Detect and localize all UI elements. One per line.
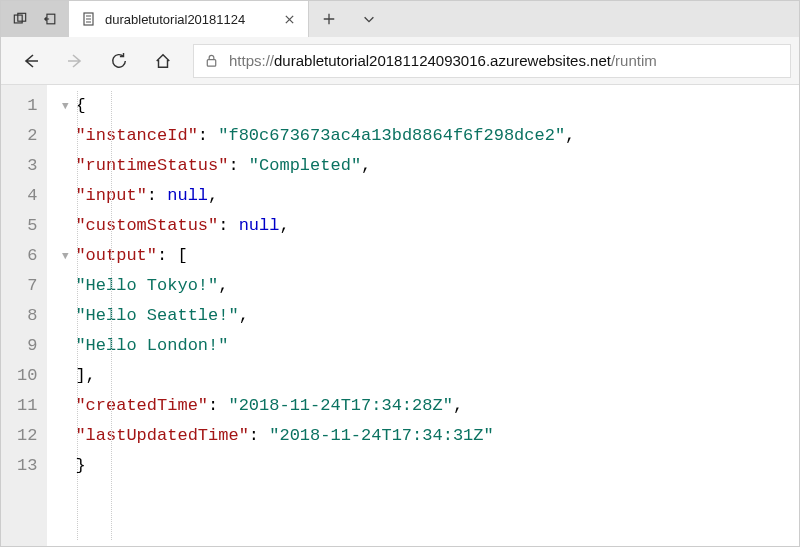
forward-button[interactable] — [53, 39, 97, 83]
fold-toggle[interactable]: ▼ — [55, 241, 75, 271]
url-scheme: https:// — [229, 52, 274, 69]
line-number: 4 — [17, 181, 37, 211]
tab-close-button[interactable] — [280, 10, 298, 28]
tabs-menu-button[interactable] — [349, 1, 389, 37]
svg-rect-4 — [207, 60, 215, 67]
set-aside-icon — [43, 12, 57, 26]
tab-overview-button[interactable] — [7, 6, 33, 32]
address-bar[interactable]: https://durabletutorial20181124093016.az… — [193, 44, 791, 78]
arrow-right-icon — [65, 51, 85, 71]
toolbar: https://durabletutorial20181124093016.az… — [1, 37, 799, 85]
code-line: ▼{ — [55, 91, 799, 121]
json-viewer: 1 2 3 4 5 6 7 8 9 10 11 12 13 ▼{ "instan… — [1, 85, 799, 546]
json-value: Hello Seattle! — [86, 306, 229, 325]
line-number: 9 — [17, 331, 37, 361]
code-line: ], — [55, 361, 799, 391]
fold-toggle[interactable]: ▼ — [55, 91, 75, 121]
tab-title: durabletutorial20181124 — [105, 12, 272, 27]
indent-guide — [111, 91, 112, 540]
json-value: 2018-11-24T17:34:31Z — [279, 426, 483, 445]
lock-icon — [204, 53, 219, 68]
code-line: "customStatus": null, — [55, 211, 799, 241]
line-number: 2 — [17, 121, 37, 151]
line-number: 6 — [17, 241, 37, 271]
plus-icon — [322, 12, 336, 26]
arrow-left-icon — [21, 51, 41, 71]
code-line: "Hello Seattle!", — [55, 301, 799, 331]
line-number: 5 — [17, 211, 37, 241]
url-host: durabletutorial20181124093016.azurewebsi… — [274, 52, 611, 69]
code-area[interactable]: ▼{ "instanceId": "f80c673673ac4a13bd8864… — [47, 85, 799, 546]
json-key: runtimeStatus — [86, 156, 219, 175]
tab-actions — [309, 1, 799, 37]
titlebar: durabletutorial20181124 — [1, 1, 799, 37]
code-line: ▼ "output": [ — [55, 241, 799, 271]
set-aside-tabs-button[interactable] — [37, 6, 63, 32]
json-value: Hello Tokyo! — [86, 276, 208, 295]
code-line: "runtimeStatus": "Completed", — [55, 151, 799, 181]
home-icon — [154, 52, 172, 70]
json-key: createdTime — [86, 396, 198, 415]
close-icon — [284, 14, 295, 25]
json-key: customStatus — [86, 216, 208, 235]
json-value: 2018-11-24T17:34:28Z — [239, 396, 443, 415]
url-path: /runtim — [611, 52, 657, 69]
new-tab-button[interactable] — [309, 1, 349, 37]
refresh-icon — [110, 52, 128, 70]
json-value: Hello London! — [86, 336, 219, 355]
line-gutter: 1 2 3 4 5 6 7 8 9 10 11 12 13 — [1, 85, 47, 546]
line-number: 1 — [17, 91, 37, 121]
window-buttons — [1, 1, 69, 37]
browser-tab[interactable]: durabletutorial20181124 — [69, 1, 309, 37]
code-line: "input": null, — [55, 181, 799, 211]
json-key: instanceId — [86, 126, 188, 145]
json-key: lastUpdatedTime — [86, 426, 239, 445]
line-number: 10 — [17, 361, 37, 391]
code-line: "createdTime": "2018-11-24T17:34:28Z", — [55, 391, 799, 421]
home-button[interactable] — [141, 39, 185, 83]
back-button[interactable] — [9, 39, 53, 83]
line-number: 8 — [17, 301, 37, 331]
line-number: 7 — [17, 271, 37, 301]
refresh-button[interactable] — [97, 39, 141, 83]
json-value: null — [239, 211, 280, 241]
line-number: 12 — [17, 421, 37, 451]
tab-overview-icon — [13, 12, 27, 26]
tab-favicon-icon — [81, 11, 97, 27]
json-key: output — [86, 246, 147, 265]
json-value: null — [167, 181, 208, 211]
line-number: 3 — [17, 151, 37, 181]
json-value: f80c673673ac4a13bd8864f6f298dce2 — [228, 126, 554, 145]
chevron-down-icon — [362, 12, 376, 26]
url-text: https://durabletutorial20181124093016.az… — [229, 52, 780, 69]
json-value: Completed — [259, 156, 351, 175]
line-number: 11 — [17, 391, 37, 421]
code-line: "instanceId": "f80c673673ac4a13bd8864f6f… — [55, 121, 799, 151]
code-line: "Hello London!" — [55, 331, 799, 361]
line-number: 13 — [17, 451, 37, 481]
indent-guide — [77, 91, 78, 540]
code-line: "Hello Tokyo!", — [55, 271, 799, 301]
code-line: "lastUpdatedTime": "2018-11-24T17:34:31Z… — [55, 421, 799, 451]
code-line: } — [55, 451, 799, 481]
